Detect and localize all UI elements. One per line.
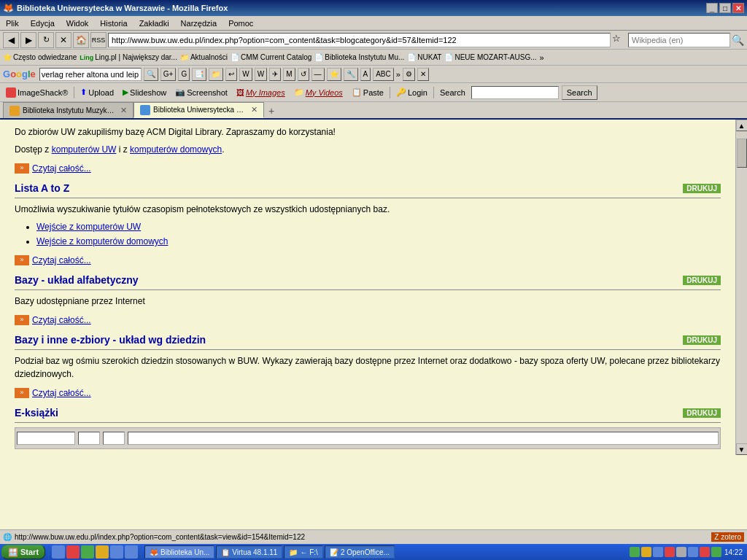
menu-widok[interactable]: Widok	[63, 18, 92, 29]
quicklaunch-icon3[interactable]	[81, 545, 94, 559]
google-close-button[interactable]: ✕	[417, 68, 429, 81]
quicklaunch-icon6[interactable]	[125, 545, 138, 559]
scrollbar-right[interactable]: ▲ ▼	[735, 120, 747, 455]
komputerow-domowych-link[interactable]: komputerów domowych	[130, 144, 222, 155]
image-search-button[interactable]: Search	[562, 85, 597, 100]
image-search-input[interactable]	[471, 86, 559, 99]
google-toolbar-btn11[interactable]: —	[311, 68, 325, 81]
my-videos-button[interactable]: 📁 My Videos	[291, 86, 346, 98]
wejscie-domowych-link[interactable]: Wejście z komputerów domowych	[36, 236, 169, 246]
minimize-button[interactable]: _	[706, 3, 718, 13]
slideshow-button[interactable]: ▶ Slideshow	[120, 86, 169, 98]
maximize-button[interactable]: □	[719, 3, 731, 13]
tab-biblioteka-instytutu[interactable]: Biblioteka Instytutu Muzykologii ... ✕	[3, 102, 133, 118]
google-toolbar-btn10[interactable]: ↺	[298, 68, 309, 81]
home-button[interactable]: 🏠	[73, 32, 89, 48]
bookmarks-more[interactable]: »	[540, 53, 544, 62]
komputerow-uw-link[interactable]: komputerów UW	[52, 144, 117, 155]
tab-close-1[interactable]: ✕	[120, 106, 127, 115]
menu-plik[interactable]: Plik	[3, 18, 22, 29]
menu-zakladki[interactable]: Zakładki	[136, 18, 172, 29]
google-settings-button[interactable]: ⚙	[403, 68, 415, 81]
scroll-up-button[interactable]: ▲	[736, 120, 748, 131]
wejscie-uw-link[interactable]: Wejście z komputerów UW	[36, 222, 141, 232]
drukuj-3[interactable]: DRUKUJ	[683, 335, 721, 345]
bookmark-aktualnosci[interactable]: 📁 Aktualności	[180, 53, 228, 61]
start-button[interactable]: 🪟 Start	[1, 545, 45, 559]
window-controls[interactable]: _ □ ✕	[706, 3, 744, 13]
menu-narzedzia[interactable]: Narzędzia	[178, 18, 220, 29]
scroll-down-button[interactable]: ▼	[736, 443, 748, 455]
menu-historia[interactable]: Historia	[97, 18, 130, 29]
table-cell1	[17, 432, 75, 445]
google-toolbar-btn9[interactable]: M	[283, 68, 295, 81]
reload-button[interactable]: ↻	[38, 32, 54, 48]
screenshot-button[interactable]: 📷 Screenshot	[172, 86, 231, 98]
menu-edycja[interactable]: Edycja	[28, 18, 58, 29]
close-button[interactable]: ✕	[732, 3, 744, 13]
upload-button[interactable]: ⬆ Upload	[77, 86, 117, 98]
my-images-button[interactable]: 🖼 My Images	[233, 87, 288, 98]
bookmark-mozart[interactable]: 📄 NEUE MOZART-AUSG...	[444, 53, 536, 61]
bookmark-star[interactable]: ☆	[612, 33, 627, 47]
quicklaunch-icon4[interactable]	[96, 545, 109, 559]
taskbar-item-explorer[interactable]: 📁 ← F:\	[284, 545, 322, 559]
new-tab-button[interactable]: +	[264, 104, 279, 118]
paste-button[interactable]: 📋 Paste	[349, 86, 387, 98]
drukuj-4[interactable]: DRUKUJ	[683, 408, 721, 418]
read-more-section1[interactable]: » Czytaj całość...	[15, 254, 721, 267]
taskbar-item-virtua[interactable]: 📋 Virtua 48.1.11	[216, 545, 282, 559]
quicklaunch-icon5[interactable]	[110, 545, 123, 559]
google-toolbar-btn14[interactable]: A	[360, 68, 371, 81]
taskbar-item-openoffice[interactable]: 📝 2 OpenOffice...	[325, 545, 395, 559]
taskbar-item-firefox[interactable]: 🦊 Biblioteka Un...	[144, 545, 214, 559]
czytaj-calos-1[interactable]: Czytaj całość...	[32, 162, 91, 175]
drukuj-2[interactable]: DRUKUJ	[683, 276, 721, 285]
stop-button[interactable]: ✕	[55, 32, 71, 48]
scroll-thumb[interactable]	[737, 139, 747, 168]
google-toolbar-btn1[interactable]: G+	[160, 68, 177, 81]
google-search-input[interactable]	[39, 68, 142, 81]
url-input[interactable]	[112, 36, 607, 44]
czytaj-calos-s1[interactable]: Czytaj całość...	[32, 254, 91, 267]
czytaj-calos-s2[interactable]: Czytaj całość...	[32, 314, 91, 327]
google-toolbar-btn3[interactable]: 📑	[192, 68, 206, 81]
google-toolbar-btn15[interactable]: ABC	[373, 68, 394, 81]
drukuj-1[interactable]: DRUKUJ	[683, 184, 721, 193]
czytaj-calos-s3[interactable]: Czytaj całość...	[32, 386, 91, 400]
google-toolbar-btn2[interactable]: G	[178, 68, 190, 81]
login-button[interactable]: 🔑 Login	[393, 86, 430, 98]
url-bar[interactable]	[108, 33, 611, 47]
quicklaunch-icon2[interactable]	[66, 545, 80, 559]
bookmark-cmm[interactable]: 📄 CMM Current Catalog	[231, 53, 311, 61]
google-toolbar-btn13[interactable]: 🔧	[344, 68, 358, 81]
forward-button[interactable]: ▶	[20, 32, 36, 48]
search-icon[interactable]: 🔍	[732, 34, 744, 46]
window-title: 🦊 Biblioteka Uniwersytecka w Warszawie -…	[3, 3, 228, 13]
google-toolbar-btn5[interactable]: ↩	[225, 68, 237, 81]
google-toolbar-btn8[interactable]: ✈	[269, 68, 281, 81]
scroll-track[interactable]	[736, 131, 748, 443]
bookmark-biblioteka-instytutu[interactable]: 📄 Biblioteka Instytutu Mu...	[314, 53, 404, 61]
read-more-1[interactable]: » Czytaj całość...	[15, 162, 721, 175]
wiki-search-input[interactable]	[628, 33, 730, 47]
google-toolbar-btn6[interactable]: W	[239, 68, 252, 81]
bookmark-ling[interactable]: Ling Ling.pl | Największy dar...	[80, 53, 177, 61]
bookmark-czesto[interactable]: ⭐ Często odwiedzane	[3, 53, 77, 61]
read-more-section3[interactable]: » Czytaj całość...	[15, 386, 721, 400]
menu-pomoc[interactable]: Pomoc	[225, 18, 256, 29]
imageshack-logo[interactable]: ImageShack®	[3, 86, 71, 99]
google-toolbar-btn4[interactable]: 📁	[209, 68, 223, 81]
quicklaunch-icon1[interactable]	[52, 545, 65, 559]
tab-close-2[interactable]: ✕	[251, 105, 258, 114]
google-toolbar-more[interactable]: »	[396, 70, 400, 79]
google-toolbar-btn12[interactable]: ⭐	[327, 68, 341, 81]
bookmark-nukat[interactable]: 📄 NUKAT	[407, 53, 441, 61]
google-search-button[interactable]: 🔍	[144, 68, 158, 81]
read-more-section2[interactable]: » Czytaj całość...	[15, 314, 721, 327]
page-icon2: 📄	[314, 53, 323, 61]
google-toolbar-btn7[interactable]: W	[255, 68, 267, 81]
back-button[interactable]: ◀	[3, 32, 19, 48]
tab-biblioteka-uw[interactable]: Biblioteka Uniwersytecka w War... ✕	[133, 102, 264, 118]
rss-button[interactable]: RSS	[90, 32, 107, 48]
